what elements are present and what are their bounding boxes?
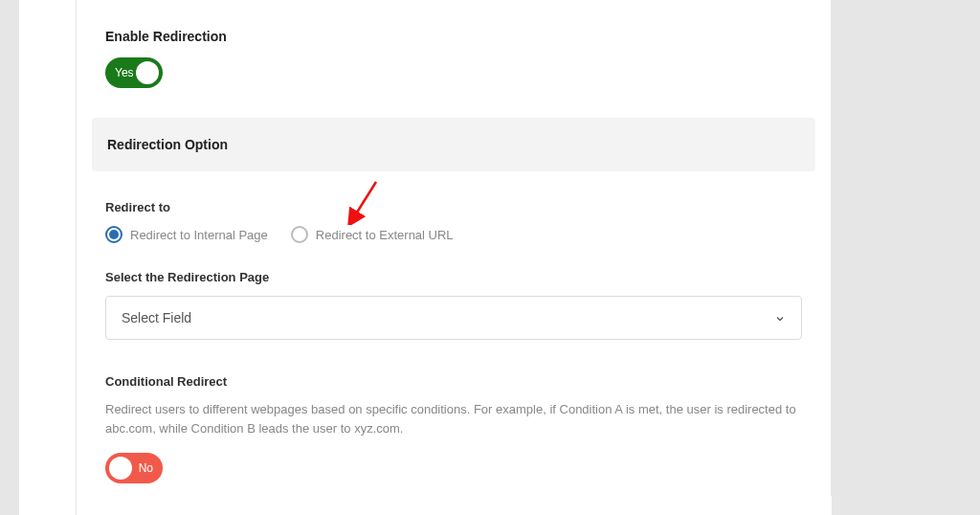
select-placeholder: Select Field bbox=[122, 310, 191, 325]
toggle-off-label: No bbox=[139, 461, 153, 475]
enable-redirection-label: Enable Redirection bbox=[105, 29, 802, 44]
radio-internal-page[interactable]: Redirect to Internal Page bbox=[105, 226, 268, 243]
toggle-knob bbox=[109, 457, 132, 480]
redirection-option-title: Redirection Option bbox=[107, 137, 800, 152]
radio-internal-label: Redirect to Internal Page bbox=[130, 228, 268, 242]
toggle-knob bbox=[136, 61, 159, 84]
radio-circle-icon bbox=[291, 226, 308, 243]
radio-external-url[interactable]: Redirect to External URL bbox=[291, 226, 454, 243]
sidebar-placeholder bbox=[19, 0, 77, 515]
conditional-redirect-toggle[interactable]: No bbox=[105, 453, 163, 483]
conditional-redirect-label: Conditional Redirect bbox=[105, 374, 802, 389]
conditional-redirect-description: Redirect users to different webpages bas… bbox=[105, 400, 802, 437]
chevron-down-icon bbox=[774, 312, 786, 324]
radio-external-label: Redirect to External URL bbox=[316, 228, 454, 242]
redirection-page-select[interactable]: Select Field bbox=[105, 296, 802, 340]
radio-circle-selected-icon bbox=[105, 226, 122, 243]
redirection-option-header: Redirection Option bbox=[92, 118, 815, 171]
redirect-to-label: Redirect to bbox=[105, 200, 802, 214]
settings-card: Enable Redirection Yes Redirection Optio… bbox=[77, 0, 832, 496]
redirect-to-radio-group: Redirect to Internal Page Redirect to Ex… bbox=[105, 226, 802, 243]
select-redirection-page-label: Select the Redirection Page bbox=[105, 270, 802, 284]
enable-redirection-toggle[interactable]: Yes bbox=[105, 57, 163, 88]
toggle-on-label: Yes bbox=[115, 66, 134, 79]
